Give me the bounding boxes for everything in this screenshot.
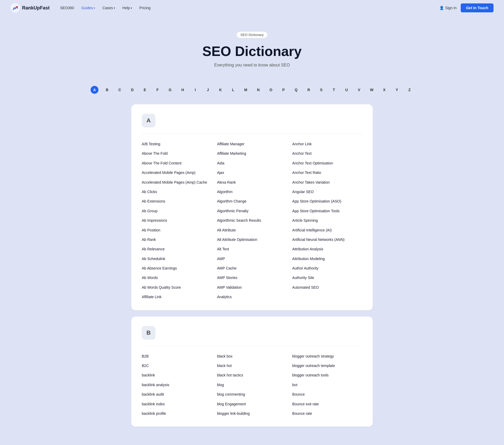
- alpha-letter-y[interactable]: Y: [393, 86, 401, 94]
- term-link[interactable]: Affiliate Marketing: [217, 150, 287, 157]
- term-link[interactable]: Ab Absence Earnings: [142, 265, 212, 272]
- term-link[interactable]: Anchor Text Ratio: [292, 169, 362, 176]
- term-link[interactable]: Artificial Neural Networks (ANN): [292, 236, 362, 243]
- term-link[interactable]: Analytics: [217, 293, 287, 301]
- term-link[interactable]: black hot: [217, 362, 287, 369]
- term-link[interactable]: AMP Stories: [217, 274, 287, 281]
- logo[interactable]: RankUpFast: [10, 3, 50, 13]
- term-link[interactable]: Above The Fold: [142, 150, 212, 157]
- term-link[interactable]: Angular SEO: [292, 188, 362, 195]
- term-link[interactable]: Anchor Text Optimisation: [292, 159, 362, 167]
- term-link[interactable]: Anchor Takes Variation: [292, 179, 362, 186]
- term-link[interactable]: Author Authority: [292, 265, 362, 272]
- alpha-letter-t[interactable]: T: [330, 86, 338, 94]
- alpha-letter-f[interactable]: F: [154, 86, 161, 94]
- alpha-letter-v[interactable]: V: [355, 86, 363, 94]
- term-link[interactable]: Bounce exit rate: [292, 400, 362, 408]
- term-link[interactable]: Ab Relevance: [142, 245, 212, 253]
- term-link[interactable]: blog: [217, 381, 287, 389]
- alpha-letter-x[interactable]: X: [380, 86, 388, 94]
- term-link[interactable]: Ab Rank: [142, 236, 212, 243]
- term-link[interactable]: Anchor Link: [292, 140, 362, 148]
- term-link[interactable]: Ab Clicks: [142, 188, 212, 195]
- alpha-letter-e[interactable]: E: [141, 86, 149, 94]
- term-link[interactable]: backlink: [142, 371, 212, 379]
- alpha-letter-u[interactable]: U: [343, 86, 350, 94]
- term-link[interactable]: Article Spinning: [292, 217, 362, 224]
- term-link[interactable]: Algorithm: [217, 188, 287, 195]
- term-link[interactable]: App Store Optimisation Tools: [292, 207, 362, 215]
- term-link[interactable]: blogger link-building: [217, 410, 287, 417]
- alpha-letter-p[interactable]: P: [280, 86, 287, 94]
- term-link[interactable]: Algorithm Change: [217, 198, 287, 205]
- alpha-letter-g[interactable]: G: [166, 86, 174, 94]
- term-link[interactable]: Bounce rate: [292, 410, 362, 417]
- alpha-letter-n[interactable]: N: [254, 86, 262, 94]
- term-link[interactable]: Accelerated Mobile Pages (Amp): [142, 169, 212, 176]
- term-link[interactable]: backlink analysis: [142, 381, 212, 389]
- alpha-letter-q[interactable]: Q: [292, 86, 300, 94]
- term-link[interactable]: Algorithmic Penalty: [217, 207, 287, 215]
- alpha-letter-a[interactable]: A: [91, 86, 98, 94]
- term-link[interactable]: backlink audit: [142, 391, 212, 398]
- term-link[interactable]: bot: [292, 381, 362, 389]
- term-link[interactable]: Affiliate Link: [142, 293, 212, 301]
- term-link[interactable]: Ab Extensions: [142, 198, 212, 205]
- term-link[interactable]: AMP Cache: [217, 265, 287, 272]
- term-link[interactable]: Alexa Rank: [217, 179, 287, 186]
- term-link[interactable]: Aida: [217, 159, 287, 167]
- term-link[interactable]: Bounce: [292, 391, 362, 398]
- nav-cases[interactable]: Cases ▾: [102, 6, 115, 10]
- term-link[interactable]: blogger outreach tools: [292, 371, 362, 379]
- term-link[interactable]: Automated SEO: [292, 284, 362, 291]
- term-link[interactable]: Artificial Intelligence (AI): [292, 226, 362, 234]
- term-link[interactable]: Alt Text: [217, 245, 287, 253]
- term-link[interactable]: AMP: [217, 255, 287, 262]
- get-in-touch-button[interactable]: Get In Touch: [461, 3, 494, 12]
- alpha-letter-c[interactable]: C: [116, 86, 124, 94]
- term-link[interactable]: Ab Words: [142, 274, 212, 281]
- nav-help[interactable]: Help ▾: [122, 6, 132, 10]
- term-link[interactable]: Affiliate Manager: [217, 140, 287, 148]
- nav-pricing[interactable]: Pricing: [139, 6, 151, 10]
- term-link[interactable]: Ab Position: [142, 226, 212, 234]
- term-link[interactable]: Ajax: [217, 169, 287, 176]
- term-link[interactable]: black hot tactics: [217, 371, 287, 379]
- term-link[interactable]: Algorithmic Search Results: [217, 217, 287, 224]
- alpha-letter-b[interactable]: B: [103, 86, 111, 94]
- nav-seo360[interactable]: SEO360: [60, 6, 74, 10]
- term-link[interactable]: Ab Words Quality Score: [142, 284, 212, 291]
- term-link[interactable]: App Store Optimisation (ASO): [292, 198, 362, 205]
- alpha-letter-s[interactable]: S: [317, 86, 325, 94]
- term-link[interactable]: Accelerated Mobile Pages (Amp) Cache: [142, 179, 212, 186]
- term-link[interactable]: black box: [217, 353, 287, 360]
- alpha-letter-k[interactable]: K: [217, 86, 224, 94]
- sign-in-button[interactable]: 👤 Sign In: [439, 6, 457, 10]
- alpha-letter-o[interactable]: O: [267, 86, 275, 94]
- term-link[interactable]: B2C: [142, 362, 212, 369]
- alpha-letter-z[interactable]: Z: [406, 86, 413, 94]
- alpha-letter-m[interactable]: M: [242, 86, 250, 94]
- term-link[interactable]: A/B Testing: [142, 140, 212, 148]
- term-link[interactable]: blog Engagement: [217, 400, 287, 408]
- term-link[interactable]: blogger outreach template: [292, 362, 362, 369]
- term-link[interactable]: AMP Validation: [217, 284, 287, 291]
- alpha-letter-r[interactable]: R: [305, 86, 313, 94]
- term-link[interactable]: backlink profile: [142, 410, 212, 417]
- alpha-letter-j[interactable]: J: [204, 86, 212, 94]
- alpha-letter-l[interactable]: L: [229, 86, 237, 94]
- term-link[interactable]: backlink index: [142, 400, 212, 408]
- term-link[interactable]: B2B: [142, 353, 212, 360]
- term-link[interactable]: Alt Attribute Optimisation: [217, 236, 287, 243]
- term-link[interactable]: Alt Attribute: [217, 226, 287, 234]
- term-link[interactable]: Ab Schedulink: [142, 255, 212, 262]
- term-link[interactable]: Ab Group: [142, 207, 212, 215]
- alpha-letter-d[interactable]: D: [128, 86, 136, 94]
- term-link[interactable]: Above The Fold Content: [142, 159, 212, 167]
- term-link[interactable]: Attribution Analysis: [292, 245, 362, 253]
- term-link[interactable]: blog commenting: [217, 391, 287, 398]
- term-link[interactable]: Ab Impressions: [142, 217, 212, 224]
- alpha-letter-w[interactable]: W: [368, 86, 376, 94]
- term-link[interactable]: blogger outreach strategy: [292, 353, 362, 360]
- term-link[interactable]: Attribution Modeling: [292, 255, 362, 262]
